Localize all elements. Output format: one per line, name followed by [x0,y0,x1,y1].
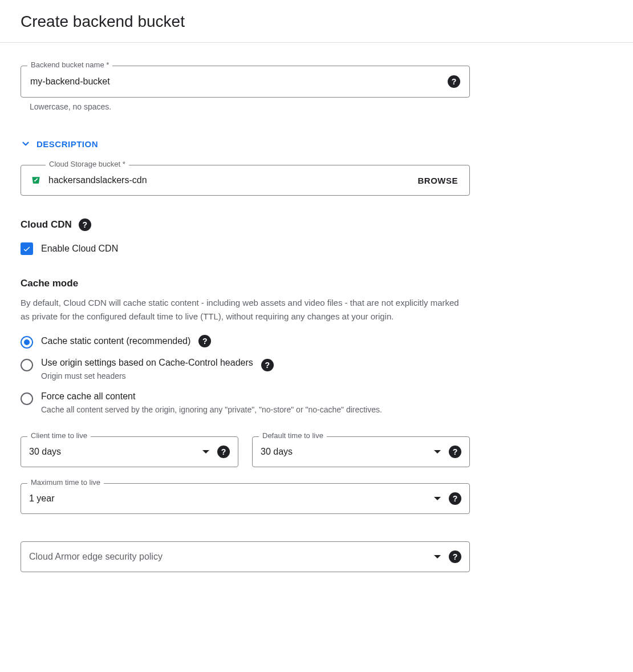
description-toggle-label: DESCRIPTION [36,139,98,149]
help-icon[interactable]: ? [79,218,91,231]
armor-placeholder: Cloud Armor edge security policy [29,552,434,562]
default-ttl-value: 30 days [261,447,434,457]
default-ttl-select[interactable]: 30 days ? [252,436,470,467]
bucket-icon [30,175,42,186]
backend-name-field: Backend bucket name * ? [21,66,470,98]
form-content: Backend bucket name * ? Lowercase, no sp… [0,43,490,600]
radio-cache-static: Cache static content (recommended) ? [21,330,470,353]
storage-bucket-value: hackersandslackers-cdn [48,175,418,185]
radio-cache-force-label: Force cache all content [41,391,382,402]
storage-bucket-label: Cloud Storage bucket * [46,160,129,168]
page-header: Create backend bucket [0,0,633,43]
default-ttl-label: Default time to live [259,431,327,440]
client-ttl-value: 30 days [29,447,202,457]
client-ttl-label: Client time to live [27,431,91,440]
max-ttl-select[interactable]: 1 year ? [21,483,470,514]
max-ttl-value: 1 year [29,493,434,504]
page-title: Create backend bucket [21,13,612,31]
default-ttl-field: Default time to live 30 days ? [252,436,470,467]
backend-name-label: Backend bucket name * [27,60,112,69]
armor-field: Cloud Armor edge security policy ? [21,541,470,572]
radio-cache-static-label: Cache static content (recommended) [41,336,190,346]
radio-cache-static-input[interactable] [21,336,33,349]
cdn-heading: Cloud CDN ? [21,218,470,231]
cache-heading: Cache mode [21,278,470,289]
radio-cache-origin-input[interactable] [21,359,33,371]
dropdown-icon [434,497,441,500]
help-icon[interactable]: ? [448,75,460,88]
cdn-heading-text: Cloud CDN [21,219,72,230]
radio-cache-force: Force cache all content Cache all conten… [21,387,470,420]
ttl-row: Client time to live 30 days ? Default ti… [21,436,470,467]
check-icon [22,244,31,253]
radio-cache-force-sub: Cache all content served by the origin, … [41,404,382,416]
cdn-section: Cloud CDN ? Enable Cloud CDN [21,218,470,255]
storage-bucket-box[interactable]: hackersandslackers-cdn BROWSE [21,165,470,196]
chevron-down-icon [21,139,31,149]
backend-name-input[interactable] [30,76,448,87]
max-ttl-label: Maximum time to live [27,478,104,487]
help-icon[interactable]: ? [449,492,461,505]
help-icon[interactable]: ? [198,335,211,347]
cache-description: By default, Cloud CDN will cache static … [21,296,470,323]
description-toggle[interactable]: DESCRIPTION [21,139,98,149]
client-ttl-select[interactable]: 30 days ? [21,436,238,467]
storage-bucket-field: Cloud Storage bucket * hackersandslacker… [21,165,470,196]
armor-select[interactable]: Cloud Armor edge security policy ? [21,541,470,572]
cache-section: Cache mode By default, Cloud CDN will ca… [21,278,470,572]
enable-cdn-checkbox[interactable] [21,242,33,255]
radio-cache-origin: Use origin settings based on Cache-Contr… [21,353,470,387]
enable-cdn-label: Enable Cloud CDN [41,244,118,254]
browse-button[interactable]: BROWSE [418,176,458,185]
help-icon[interactable]: ? [217,446,230,458]
backend-name-helper: Lowercase, no spaces. [30,102,470,111]
radio-cache-origin-sub: Origin must set headers [41,370,253,382]
help-icon[interactable]: ? [449,446,461,458]
radio-cache-origin-label: Use origin settings based on Cache-Contr… [41,358,253,368]
client-ttl-field: Client time to live 30 days ? [21,436,238,467]
dropdown-icon [202,450,209,454]
dropdown-icon [434,450,441,454]
cache-radio-group: Cache static content (recommended) ? Use… [21,330,470,420]
backend-name-input-box[interactable]: ? [21,66,470,98]
enable-cdn-row: Enable Cloud CDN [21,242,470,255]
help-icon[interactable]: ? [261,359,274,371]
dropdown-icon [434,555,441,558]
radio-cache-force-input[interactable] [21,392,33,405]
max-ttl-field: Maximum time to live 1 year ? [21,483,470,514]
help-icon[interactable]: ? [449,550,461,563]
